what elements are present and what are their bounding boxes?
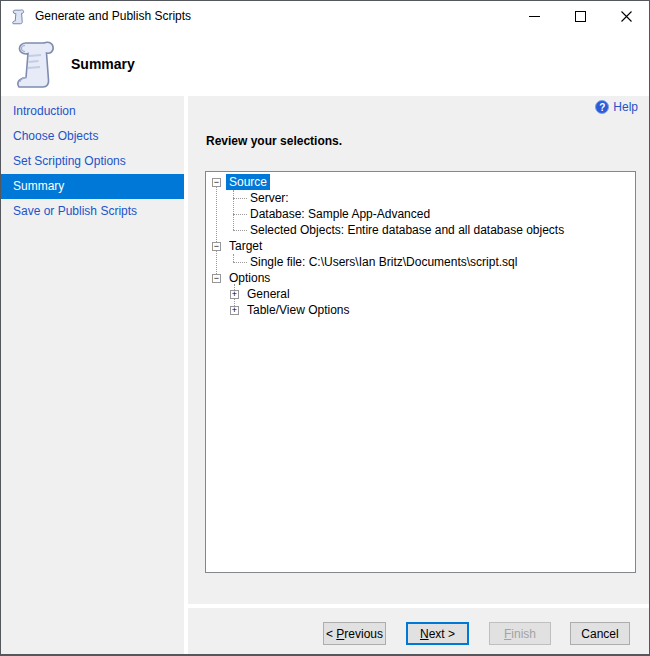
window-title: Generate and Publish Scripts: [35, 9, 191, 23]
tree-row-source[interactable]: − Source: [206, 174, 635, 190]
tree-guide: [233, 190, 234, 230]
summary-treeview[interactable]: − Source Server: Database: Sample App-Ad…: [205, 171, 636, 573]
maximize-button[interactable]: [557, 1, 603, 31]
wizard-window: Generate and Publish Scripts Summary Int…: [0, 0, 650, 656]
button-bar: < Previous Next > Finish Cancel: [188, 604, 649, 654]
tree-node-label: Database: Sample App-Advanced: [247, 206, 433, 222]
minimize-icon: [529, 16, 540, 17]
script-scroll-icon: [10, 8, 27, 25]
button-text: Cancel: [581, 627, 618, 641]
collapse-icon[interactable]: −: [212, 274, 221, 283]
button-text: revious: [344, 627, 383, 641]
caption-buttons: [511, 1, 649, 31]
next-button[interactable]: Next >: [406, 622, 469, 645]
sidebar-item-summary[interactable]: Summary: [1, 174, 184, 199]
tree-row-table-view-options[interactable]: + Table/View Options: [206, 302, 635, 318]
tree-row-single-file[interactable]: Single file: C:\Users\Ian Britz\Document…: [206, 254, 635, 270]
title-bar: Generate and Publish Scripts: [1, 1, 649, 31]
help-link[interactable]: ? Help: [595, 100, 638, 114]
tree-guide: [233, 230, 247, 231]
page-title: Summary: [71, 56, 135, 72]
tree-node-label: Source: [226, 174, 270, 190]
tree-node-label: Target: [226, 238, 265, 254]
sidebar-item-save-or-publish[interactable]: Save or Publish Scripts: [1, 199, 184, 224]
tree-guide: [233, 254, 234, 262]
previous-button[interactable]: < Previous: [323, 622, 386, 645]
review-heading: Review your selections.: [206, 134, 342, 148]
tree-node-label: Server:: [247, 190, 292, 206]
cancel-button[interactable]: Cancel: [570, 622, 630, 645]
tree-row-general[interactable]: + General: [206, 286, 635, 302]
collapse-icon[interactable]: −: [212, 178, 221, 187]
tree-node-label: Options: [226, 270, 273, 286]
button-text: N: [420, 627, 429, 641]
close-icon: [621, 11, 632, 22]
maximize-icon: [575, 11, 586, 22]
sidebar-item-choose-objects[interactable]: Choose Objects: [1, 124, 184, 149]
tree-guide: [216, 187, 217, 278]
sidebar-item-introduction[interactable]: Introduction: [1, 99, 184, 124]
wizard-header: Summary: [1, 31, 649, 96]
tree-node-label: Table/View Options: [244, 302, 353, 318]
button-text: <: [326, 627, 336, 641]
tree: − Source Server: Database: Sample App-Ad…: [206, 172, 635, 572]
button-text: inish: [511, 627, 536, 641]
button-text: ext >: [429, 627, 455, 641]
tree-row-target[interactable]: − Target: [206, 238, 635, 254]
sidebar-item-set-scripting-options[interactable]: Set Scripting Options: [1, 149, 184, 174]
help-icon: ?: [595, 100, 609, 114]
help-label: Help: [613, 100, 638, 114]
expand-icon[interactable]: +: [230, 290, 239, 299]
tree-guide: [233, 214, 247, 215]
tree-row-server[interactable]: Server:: [206, 190, 635, 206]
tree-guide: [233, 262, 247, 263]
button-text: F: [504, 627, 511, 641]
tree-node-label: Single file: C:\Users\Ian Britz\Document…: [247, 254, 520, 270]
tree-row-database[interactable]: Database: Sample App-Advanced: [206, 206, 635, 222]
wizard-sidebar: Introduction Choose Objects Set Scriptin…: [1, 96, 184, 654]
button-text: P: [336, 627, 344, 641]
tree-row-options[interactable]: − Options: [206, 270, 635, 286]
minimize-button[interactable]: [511, 1, 557, 31]
tree-guide: [233, 198, 247, 199]
tree-node-label: General: [244, 286, 293, 302]
expand-icon[interactable]: +: [230, 306, 239, 315]
tree-row-selected-objects[interactable]: Selected Objects: Entire database and al…: [206, 222, 635, 238]
main-panel: ? Help Review your selections. − Source: [188, 96, 649, 654]
script-scroll-icon-large: [13, 36, 60, 91]
finish-button: Finish: [489, 622, 551, 645]
collapse-icon[interactable]: −: [212, 242, 221, 251]
tree-node-label: Selected Objects: Entire database and al…: [247, 222, 567, 238]
close-button[interactable]: [603, 1, 649, 31]
